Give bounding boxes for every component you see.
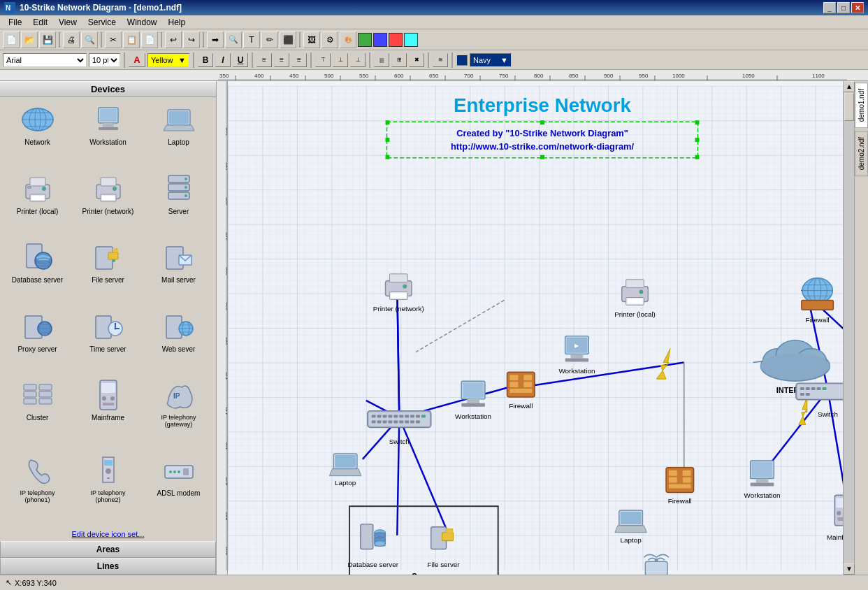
svg-rect-256 — [683, 470, 691, 476]
edit-device-icon-link[interactable]: Edit device icon set... — [0, 527, 216, 541]
device-ip-phone2[interactable]: IP telephony(phone2) — [73, 451, 143, 525]
font-family-select[interactable]: Arial — [3, 53, 87, 67]
print-button[interactable]: 🖨 — [63, 31, 80, 48]
diagram-canvas[interactable]: Enterprise Network Created by "10-Strike… — [228, 81, 857, 575]
device-web-server[interactable]: Web sever — [144, 307, 213, 375]
fill-color-button[interactable]: A — [129, 53, 145, 67]
align-left-button[interactable]: ≡ — [256, 53, 272, 67]
text-button[interactable]: T — [243, 31, 260, 48]
scroll-thumb[interactable] — [844, 93, 854, 121]
settings-button[interactable]: ⚙ — [321, 31, 338, 48]
close-button[interactable]: ✕ — [851, 2, 864, 13]
scroll-down-button[interactable]: ▼ — [844, 563, 855, 575]
style-button[interactable]: ≋ — [433, 53, 448, 67]
printer-local-icon — [21, 173, 55, 206]
maximize-button[interactable]: □ — [837, 2, 850, 13]
device-printer-network[interactable]: Printer (network) — [73, 169, 143, 237]
snap-button[interactable]: ✖ — [409, 53, 424, 67]
device-ip-gateway[interactable]: IP IP telephony(gateway) — [144, 375, 213, 449]
save-button[interactable]: 💾 — [39, 31, 56, 48]
device-cluster[interactable]: Cluster — [3, 375, 72, 449]
scroll-track[interactable] — [844, 92, 854, 563]
menu-help[interactable]: Help — [163, 16, 191, 29]
svg-text:Database server: Database server — [347, 561, 398, 568]
tab-demo2[interactable]: demo2.ndf — [855, 131, 868, 176]
file-server-label: File server — [92, 276, 124, 284]
mainframe-icon — [92, 379, 125, 412]
svg-rect-172 — [628, 298, 643, 303]
copy-button[interactable]: 📋 — [123, 31, 140, 48]
scroll-up-button[interactable]: ▲ — [844, 81, 855, 92]
color4-button[interactable] — [389, 33, 403, 47]
valign-mid-button[interactable]: ⊥ — [333, 53, 348, 67]
underline-button[interactable]: U — [233, 53, 248, 67]
valign-bot-button[interactable]: ⊥ — [350, 53, 366, 67]
scrollbar-vertical[interactable]: ▲ ▼ — [843, 81, 854, 575]
paste-button[interactable]: 📄 — [141, 31, 158, 48]
svg-rect-184 — [467, 399, 479, 403]
italic-button[interactable]: I — [215, 53, 231, 67]
areas-section-button[interactable]: Areas — [0, 541, 216, 558]
align-right-button[interactable]: ≡ — [291, 53, 307, 67]
device-database-server[interactable]: Database server — [3, 238, 72, 305]
line-color-picker[interactable]: Navy ▼ — [470, 53, 512, 67]
minimize-button[interactable]: _ — [823, 2, 836, 13]
cut-button[interactable]: ✂ — [105, 31, 122, 48]
node-firewall3[interactable]: Firewall — [666, 468, 694, 505]
color1-button[interactable]: 🎨 — [340, 31, 356, 48]
device-proxy-server[interactable]: Proxy server — [3, 307, 72, 375]
svg-point-75 — [113, 259, 115, 262]
device-network[interactable]: Network — [3, 100, 72, 168]
menu-bar: File Edit View Service Window Help — [0, 15, 868, 29]
open-button[interactable]: 📂 — [21, 31, 38, 48]
device-workstation[interactable]: Workstation — [73, 100, 143, 168]
svg-text:800: 800 — [534, 73, 544, 79]
device-server[interactable]: Server — [144, 169, 213, 237]
print-preview-button[interactable]: 🔍 — [81, 31, 98, 48]
menu-view[interactable]: View — [53, 16, 82, 29]
valign-top-button[interactable]: ⊤ — [315, 53, 331, 67]
node-firewall1[interactable]: Firewall — [507, 372, 535, 409]
lines-section-button[interactable]: Lines — [0, 558, 216, 575]
align-center-button[interactable]: ≡ — [274, 53, 289, 67]
node-firewall2[interactable]: Firewall — [802, 278, 833, 324]
window-controls[interactable]: _ □ ✕ — [823, 2, 864, 13]
text-color-picker[interactable]: Yellow ▼ — [147, 53, 189, 67]
color2-button[interactable] — [358, 33, 372, 47]
svg-rect-104 — [39, 398, 52, 404]
menu-edit[interactable]: Edit — [27, 16, 53, 29]
color5-button[interactable] — [404, 33, 418, 47]
canvas-area[interactable]: 60 100 160 200 240 280 320 360 400 440 4… — [217, 81, 868, 575]
undo-button[interactable]: ↩ — [165, 31, 182, 48]
svg-point-112 — [106, 468, 111, 474]
device-mail-server[interactable]: Mail server — [144, 238, 213, 305]
font-size-select[interactable]: 10 pt. — [89, 53, 120, 67]
zoom-button[interactable]: 🔍 — [225, 31, 242, 48]
svg-rect-103 — [39, 391, 52, 397]
device-ip-phone1[interactable]: IP telephony(phone1) — [3, 451, 72, 525]
arrow-button[interactable]: ➡ — [207, 31, 224, 48]
device-laptop[interactable]: Laptop — [144, 100, 213, 168]
device-time-server[interactable]: Time server — [73, 307, 143, 375]
device-printer-local[interactable]: Printer (local) — [3, 169, 72, 237]
img-button[interactable]: 🖼 — [303, 31, 320, 48]
tab-demo1[interactable]: demo1.ndf — [855, 82, 868, 128]
proxy-server-icon — [21, 310, 55, 344]
line-color-button[interactable] — [456, 55, 468, 66]
draw-button[interactable]: ✏ — [261, 31, 278, 48]
spacing-button[interactable]: ||| — [374, 53, 389, 67]
bold-button[interactable]: B — [198, 53, 213, 67]
shape-button[interactable]: ⬛ — [280, 31, 296, 48]
device-adsl-modem[interactable]: ADSL modem — [144, 451, 213, 525]
menu-file[interactable]: File — [3, 16, 27, 29]
svg-rect-235 — [800, 387, 804, 390]
svg-rect-109 — [103, 403, 114, 405]
color3-button[interactable] — [373, 33, 387, 47]
new-button[interactable]: 📄 — [3, 31, 20, 48]
border-button[interactable]: ⊞ — [391, 53, 407, 67]
redo-button[interactable]: ↪ — [183, 31, 200, 48]
device-mainframe[interactable]: Mainframe — [73, 375, 143, 449]
menu-service[interactable]: Service — [82, 16, 122, 29]
device-file-server[interactable]: File server — [73, 238, 143, 305]
menu-window[interactable]: Window — [122, 16, 163, 29]
